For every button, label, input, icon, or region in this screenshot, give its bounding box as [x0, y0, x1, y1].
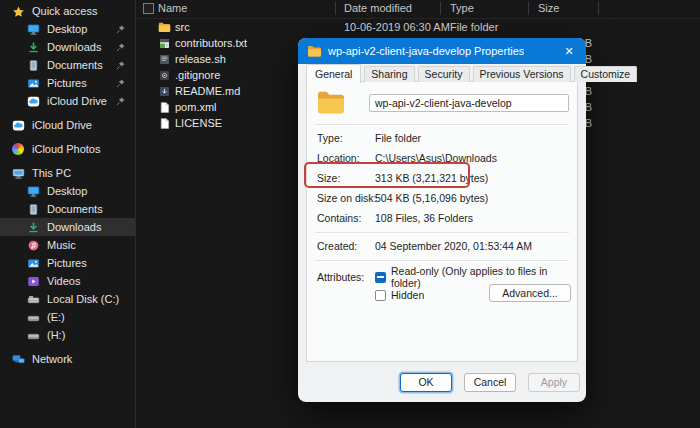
file-row-src[interactable]: src10-06-2019 06:30 AMFile folder [137, 20, 700, 36]
detail-value: 04 September 2020, 01:53:44 AM [375, 238, 532, 254]
drive-icon [27, 329, 40, 342]
column-divider [440, 2, 441, 15]
sidebar-item-icloud-photos[interactable]: iCloud Photos [0, 140, 135, 158]
sidebar-section-icloud-photos: iCloud Photos [0, 140, 135, 158]
pictures-icon [27, 77, 40, 90]
divider [315, 260, 569, 261]
text-file-icon [158, 37, 171, 50]
xml-file-icon [158, 101, 171, 114]
monitor-icon [27, 23, 40, 36]
column-header-name[interactable]: Name [158, 2, 187, 14]
general-tab-panel: Type:File folderLocation:C:\Users\Asus\D… [306, 81, 578, 362]
column-header-type[interactable]: Type [450, 2, 474, 14]
monitor-icon [27, 185, 40, 198]
tab-general[interactable]: General [306, 64, 361, 83]
detail-row-size-on-disk: Size on disk:504 KB (5,16,096 bytes) [307, 190, 577, 206]
detail-row-size: Size:313 KB (3,21,321 bytes) [307, 170, 577, 186]
sidebar-item-this-pc[interactable]: This PC [0, 164, 135, 182]
select-all-checkbox[interactable] [143, 3, 154, 14]
properties-dialog: wp-api-v2-client-java-develop Properties… [298, 38, 586, 402]
sidebar-item-downloads[interactable]: Downloads [0, 218, 135, 236]
pin-icon [115, 24, 126, 35]
star-icon [12, 5, 25, 18]
apply-button[interactable]: Apply [528, 373, 580, 392]
column-header-date-modified[interactable]: Date modified [344, 2, 412, 14]
file-name: contributors.txt [175, 37, 247, 49]
sidebar-item-desktop[interactable]: Desktop [0, 182, 135, 200]
file-name: pom.xml [175, 101, 217, 113]
hidden-checkbox[interactable] [375, 290, 386, 301]
detail-row-created: Created:04 September 2020, 01:53:44 AM [307, 238, 577, 254]
dialog-titlebar[interactable]: wp-api-v2-client-java-develop Properties… [298, 38, 586, 64]
file-type: File folder [450, 21, 498, 33]
pin-icon [115, 60, 126, 71]
videos-icon [27, 275, 40, 288]
sidebar-item-videos[interactable]: Videos [0, 272, 135, 290]
pin-icon [115, 42, 126, 53]
sidebar-item-h[interactable]: (H:) [0, 326, 135, 344]
dialog-footer: OKCancelApply [298, 362, 586, 402]
pictures-icon [27, 257, 40, 270]
sidebar-item-label: Network [32, 353, 72, 365]
divider [315, 232, 569, 233]
readonly-attribute: Read-only (Only applies to files in fold… [375, 270, 577, 284]
detail-value: 504 KB (5,16,096 bytes) [375, 190, 488, 206]
tab-sharing[interactable]: Sharing [364, 66, 414, 82]
folder-name-field[interactable] [369, 94, 569, 112]
detail-label: Contains: [317, 210, 361, 226]
detail-label: Size: [317, 170, 340, 186]
sidebar-item-icloud-drive[interactable]: iCloud Drive [0, 92, 135, 110]
sidebar-item-label: Pictures [47, 77, 87, 89]
divider [315, 124, 569, 125]
sidebar-item-label: Documents [47, 59, 103, 71]
drive-icon [27, 311, 40, 324]
sidebar-item-desktop[interactable]: Desktop [0, 20, 135, 38]
sidebar-item-music[interactable]: Music [0, 236, 135, 254]
cancel-button[interactable]: Cancel [464, 373, 516, 392]
file-name: release.sh [175, 53, 226, 65]
advanced-button[interactable]: Advanced... [489, 284, 571, 302]
sidebar-item-label: Pictures [47, 257, 87, 269]
tab-security[interactable]: Security [418, 66, 470, 82]
file-name: src [175, 21, 190, 33]
disk-icon [27, 293, 40, 306]
sidebar-item-network[interactable]: Network [0, 350, 135, 368]
sidebar-item-pictures[interactable]: Pictures [0, 254, 135, 272]
tab-customize[interactable]: Customize [574, 66, 638, 82]
sidebar-item-documents[interactable]: Documents [0, 56, 135, 74]
network-icon [12, 353, 25, 366]
sidebar-item-local-disk-c[interactable]: Local Disk (C:) [0, 290, 135, 308]
sidebar-item-icloud-drive[interactable]: iCloud Drive [0, 116, 135, 134]
document-icon [27, 203, 40, 216]
detail-value: 313 KB (3,21,321 bytes) [375, 170, 488, 186]
sidebar-section-this-pc: This PCDesktopDocumentsDownloadsMusicPic… [0, 164, 135, 344]
sidebar-item-quick-access[interactable]: Quick access [0, 2, 135, 20]
sidebar-item-label: Downloads [47, 221, 101, 233]
sidebar-item-label: iCloud Drive [32, 119, 92, 131]
sidebar-item-downloads[interactable]: Downloads [0, 38, 135, 56]
tab-previous-versions[interactable]: Previous Versions [473, 66, 571, 82]
sidebar-item-label: Quick access [32, 5, 97, 17]
photos-icon [12, 143, 25, 156]
hidden-label: Hidden [391, 289, 424, 301]
sidebar-section-quick-access: Quick accessDesktopDownloadsDocumentsPic… [0, 2, 135, 110]
column-divider [598, 2, 599, 15]
sidebar-item-label: iCloud Drive [47, 95, 107, 107]
sidebar-item-documents[interactable]: Documents [0, 200, 135, 218]
column-divider [335, 2, 336, 15]
sidebar-item-label: iCloud Photos [32, 143, 101, 155]
ok-button[interactable]: OK [400, 373, 452, 392]
detail-label: Type: [317, 130, 343, 146]
sidebar-item-label: Desktop [47, 23, 87, 35]
sidebar-item-label: (H:) [47, 329, 65, 341]
column-header-size[interactable]: Size [538, 2, 559, 14]
sidebar-item-e[interactable]: (E:) [0, 308, 135, 326]
close-icon[interactable]: ✕ [561, 45, 577, 58]
detail-label: Location: [317, 150, 360, 166]
readonly-checkbox[interactable] [375, 272, 386, 283]
file-name: .gitignore [175, 69, 220, 81]
document-icon [27, 59, 40, 72]
sidebar-section-icloud-drive: iCloud Drive [0, 116, 135, 134]
sidebar-item-pictures[interactable]: Pictures [0, 74, 135, 92]
dialog-title: wp-api-v2-client-java-develop Properties [328, 45, 524, 57]
